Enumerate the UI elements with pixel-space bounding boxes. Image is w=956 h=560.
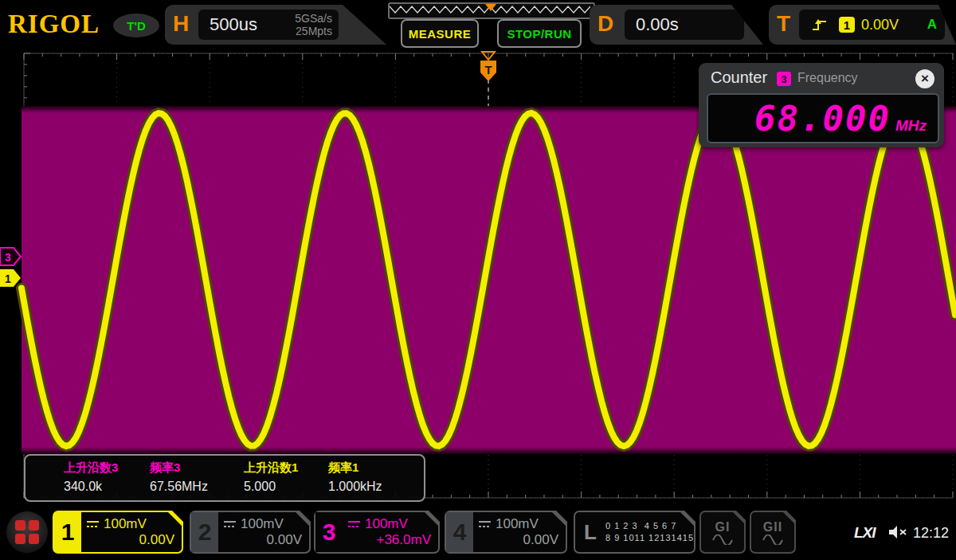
channel-1-scale: 100mV [104, 516, 147, 532]
clock: 12:12 [913, 525, 949, 542]
channel-3-offset: +36.0mV [343, 532, 438, 548]
stop-run-button[interactable]: STOP/RUN [497, 19, 582, 48]
ch1-offset-marker[interactable]: 1 [0, 269, 21, 287]
close-icon[interactable]: × [915, 69, 934, 88]
logic-label: L [575, 512, 605, 552]
counter-popup: Counter 3 Frequency × 68.000 MHz [699, 63, 944, 147]
rigol-logo: RIGOL [8, 10, 100, 39]
trigger-source-badge: 1 [839, 17, 855, 33]
trigger-status-badge: T'D [113, 14, 159, 37]
channel-1-button[interactable]: 1 100mV 0.00V [53, 511, 183, 554]
counter-source-badge: 3 [777, 72, 791, 86]
counter-mode-label: Frequency [797, 71, 858, 85]
delay-value[interactable]: 0.00s [625, 14, 679, 35]
channel-2-scale: 100mV [241, 516, 284, 532]
counter-display: 68.000 MHz [707, 93, 939, 143]
delay-panel[interactable]: D 0.00s [590, 5, 763, 45]
channel-4-button[interactable]: 4 100mV 0.00V [445, 511, 567, 554]
trigger-label: T [777, 11, 790, 37]
channel-3-scale: 100mV [365, 516, 408, 532]
counter-title: Counter [711, 69, 767, 87]
measurement-item: 上升沿数3 340.0k [25, 456, 150, 500]
sine-icon [762, 535, 783, 545]
rising-edge-trigger-icon [810, 16, 829, 33]
dc-coupling-icon [478, 520, 492, 528]
top-status-bar: RIGOL T'D H 500us 5GSa/s 25Mpts MEASURE … [0, 0, 956, 49]
channel-2-offset: 0.00V [218, 532, 309, 548]
horizontal-label: H [173, 11, 189, 37]
speaker-muted-icon[interactable] [887, 525, 908, 539]
sample-rate: 5GSa/s [295, 12, 332, 25]
dc-coupling-icon [347, 520, 361, 528]
svg-text:3: 3 [5, 251, 11, 264]
channel-3-button[interactable]: 3 100mV +36.0mV [314, 511, 440, 554]
counter-frequency-value: 68.000 [754, 98, 891, 139]
measure-button[interactable]: MEASURE [401, 19, 479, 48]
menu-grid-icon [15, 520, 39, 544]
trigger-panel[interactable]: T 1 0.00V A [769, 5, 956, 45]
channel-2-button[interactable]: 2 100mV 0.00V [190, 511, 311, 554]
channel-1-offset: 0.00V [81, 532, 182, 548]
sine-icon [712, 535, 733, 545]
memory-position-bar[interactable] [388, 2, 595, 19]
channel-status-bar: 1 100mV 0.00V 2 [0, 503, 956, 560]
measurement-item: 频率3 67.56MHz [150, 456, 244, 500]
channel-4-offset: 0.00V [473, 532, 566, 548]
measurement-item: 上升沿数1 5.000 [244, 456, 328, 500]
channel-4-scale: 100mV [496, 516, 539, 532]
generator-2-button[interactable]: GII [750, 511, 796, 554]
dc-coupling-icon [223, 520, 237, 528]
counter-frequency-unit: MHz [895, 117, 927, 135]
acquisition-mode-indicator: A [927, 17, 937, 33]
trigger-level-value[interactable]: 0.00V [861, 17, 899, 33]
lxi-logo: LXI [854, 524, 876, 542]
logic-row-1: 0 1 2 3 4 5 6 7 [605, 520, 694, 532]
trigger-marker-letter: T [484, 63, 492, 76]
delay-label: D [598, 11, 613, 37]
logic-channels-button[interactable]: L 0 1 2 3 4 5 6 7 8 9 1011 12131415 [574, 511, 695, 554]
measurement-item: 频率1 1.000kHz [328, 456, 424, 500]
oscilloscope-screen: RIGOL T'D H 500us 5GSa/s 25Mpts MEASURE … [0, 0, 956, 560]
ch3-offset-marker[interactable]: 3 [0, 248, 21, 265]
memory-depth: 25Mpts [296, 25, 332, 37]
dc-coupling-icon [86, 520, 100, 528]
measurement-panel[interactable]: 上升沿数3 340.0k 频率3 67.56MHz 上升沿数1 5.000 频率… [24, 454, 425, 502]
logic-row-2: 8 9 1011 12131415 [605, 532, 694, 544]
timebase-value[interactable]: 500us [198, 14, 295, 35]
horizontal-panel[interactable]: H 500us 5GSa/s 25Mpts [165, 5, 386, 45]
generator-1-button[interactable]: GI [699, 511, 746, 554]
svg-text:1: 1 [5, 272, 11, 285]
main-menu-button[interactable] [6, 511, 48, 553]
